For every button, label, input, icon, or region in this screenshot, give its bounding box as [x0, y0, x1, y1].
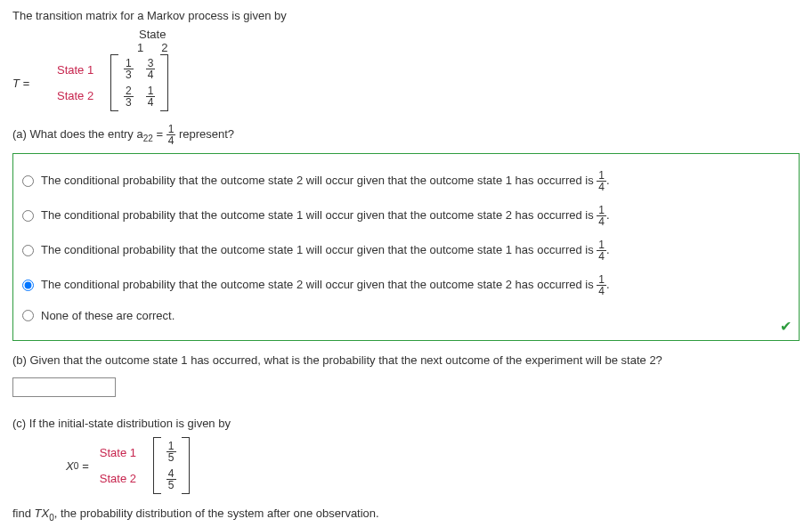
t-cell-11: 13	[124, 58, 134, 80]
radio-option-1[interactable]	[22, 175, 34, 187]
option-3[interactable]: The conditional probability that the out…	[22, 239, 790, 262]
part-b-input[interactable]	[12, 377, 116, 397]
x0-cell-1: 15	[166, 441, 176, 463]
radio-option-5[interactable]	[22, 310, 34, 321]
option-4-text: The conditional probability that the out…	[41, 274, 790, 296]
part-b-question: (b) Given that the outcome state 1 has o…	[12, 353, 800, 367]
option-1[interactable]: The conditional probability that the out…	[22, 170, 790, 192]
answer-box: The conditional probability that the out…	[12, 153, 800, 341]
x0-row-label-1: State 1	[100, 446, 153, 459]
radio-option-4[interactable]	[22, 280, 34, 291]
option-4[interactable]: The conditional probability that the out…	[22, 274, 790, 296]
x0-row-label-2: State 2	[100, 472, 153, 485]
option-1-text: The conditional probability that the out…	[41, 170, 790, 192]
part-c-question: (c) If the initial-state distribution is…	[12, 417, 800, 430]
option-2-text: The conditional probability that the out…	[41, 205, 790, 227]
t-cell-12: 34	[146, 58, 156, 80]
state-header-label: State	[139, 28, 166, 41]
matrix-x0: X0 = State 1 State 2 15 45	[66, 437, 800, 494]
part-c-trailer: find TX0, the probability distribution o…	[12, 507, 800, 523]
col-num-2: 2	[161, 41, 167, 54]
part-a-question: (a) What does the entry a22 = 14 represe…	[12, 124, 800, 146]
radio-option-2[interactable]	[22, 210, 34, 222]
option-3-text: The conditional probability that the out…	[41, 239, 790, 262]
row-label-2: State 2	[57, 89, 110, 102]
x0-lhs: X	[66, 459, 74, 473]
t-cell-22: 14	[146, 85, 156, 108]
option-2[interactable]: The conditional probability that the out…	[22, 205, 790, 227]
radio-option-3[interactable]	[22, 245, 34, 256]
option-5-text: None of these are correct.	[41, 309, 790, 322]
x0-cell-2: 45	[166, 468, 176, 491]
row-label-1: State 1	[57, 63, 110, 77]
option-5[interactable]: None of these are correct.	[22, 309, 790, 322]
col-num-1: 1	[137, 41, 143, 54]
matrix-t: State 1 2 T = State 1 State 2 13 34 23 1…	[12, 28, 800, 111]
intro-text: The transition matrix for a Markov proce…	[12, 9, 800, 22]
t-cell-21: 23	[124, 85, 134, 108]
check-icon: ✔	[780, 318, 792, 335]
matrix-t-lhs: T =	[12, 77, 57, 90]
